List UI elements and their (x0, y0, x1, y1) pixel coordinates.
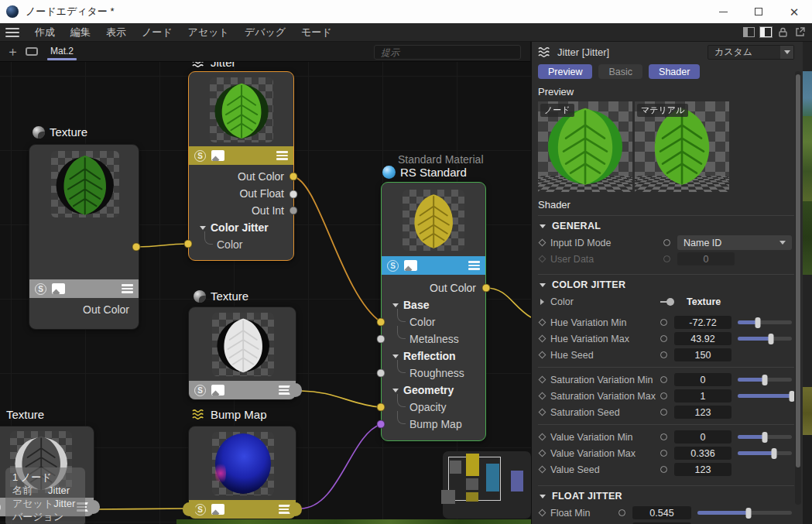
port-texture-left-out-color[interactable] (132, 243, 141, 252)
port-circle-icon[interactable] (663, 239, 670, 246)
node-jitter[interactable]: S Out Color Out Float Out Int Color Jitt… (188, 71, 294, 261)
scrollbar-thumb[interactable] (796, 74, 800, 467)
hamburger-menu-icon[interactable] (5, 28, 19, 37)
jitter-bar: S (189, 146, 293, 165)
node-shape-icon[interactable] (26, 47, 38, 56)
image-icon[interactable] (211, 385, 224, 396)
texture-bottom-output-tab[interactable] (87, 500, 100, 514)
connected-port-icon[interactable] (666, 298, 674, 306)
panel-scrollbar[interactable] (795, 71, 801, 505)
float-min-slider[interactable] (697, 511, 792, 515)
user-data-field[interactable]: 0 (677, 252, 735, 265)
panel-layout-left-icon[interactable] (743, 27, 755, 37)
port-rs-bump-in[interactable] (377, 420, 385, 429)
minimize-button[interactable] (705, 0, 741, 23)
port-rs-out-color[interactable] (482, 284, 491, 293)
wire-bumpmap-to-rs-bump[interactable] (300, 424, 381, 509)
port-rs-color-in[interactable] (377, 318, 385, 327)
node-menu-icon[interactable] (276, 151, 288, 160)
image-icon[interactable] (52, 283, 65, 294)
popout-icon[interactable] (794, 26, 806, 38)
wire-texture-to-rs-opacity[interactable] (301, 391, 381, 407)
menu-edit[interactable]: 編集 (63, 23, 98, 42)
value-variation-max-field[interactable]: 0.336 (674, 447, 731, 460)
node-texture-mid[interactable]: S (188, 307, 296, 400)
saturation-variation-max-slider[interactable] (738, 394, 792, 398)
port-rs-roughness-in[interactable] (377, 369, 385, 378)
shader-badge-icon[interactable]: S (194, 385, 206, 396)
hue-variation-min-slider[interactable] (738, 320, 792, 324)
shader-badge-icon[interactable]: S (0, 502, 1, 513)
node-bump-map[interactable]: S (188, 426, 296, 519)
hue-seed-field[interactable]: 150 (674, 348, 731, 361)
chevron-down-icon (780, 46, 793, 59)
value-variation-min-field[interactable]: 0 (674, 430, 731, 444)
texture-mid-output-tab[interactable] (289, 383, 302, 397)
section-general[interactable]: GENERAL (540, 221, 794, 231)
menu-mode[interactable]: モード (293, 23, 340, 42)
node-menu-icon[interactable] (468, 261, 480, 270)
menu-view[interactable]: 表示 (98, 23, 134, 42)
bumpmap-output-tab[interactable] (289, 502, 302, 516)
keyframe-diamond-icon[interactable] (539, 239, 546, 247)
float-min-field[interactable]: 0.545 (632, 506, 691, 519)
shader-badge-icon[interactable]: S (194, 504, 206, 515)
material-preview-image[interactable]: マテリアル (635, 101, 729, 192)
saturation-seed-field[interactable]: 123 (674, 406, 731, 419)
hue-variation-max-field[interactable]: 43.92 (674, 332, 731, 345)
menu-debug[interactable]: デバッグ (237, 23, 293, 42)
hue-variation-max-slider[interactable] (738, 337, 792, 341)
preset-dropdown[interactable]: カスタム (708, 45, 794, 60)
wire-texture-to-bumpmap[interactable] (96, 509, 184, 509)
node-rs-standard[interactable]: S Out Color Base Color Metalness Reflect… (381, 182, 486, 441)
image-icon[interactable] (211, 504, 224, 515)
port-rs-metalness-in[interactable] (377, 335, 385, 344)
saturation-variation-max-field[interactable]: 1 (674, 389, 731, 402)
menu-create[interactable]: 作成 (27, 23, 63, 42)
saturation-variation-min-slider[interactable] (738, 378, 792, 382)
tab-mat2[interactable]: Mat.2 (46, 42, 78, 62)
value-seed-field[interactable]: 123 (674, 463, 731, 476)
wire-jitter-to-rs-color[interactable] (293, 176, 381, 322)
lock-icon[interactable] (777, 26, 789, 38)
input-id-mode-dropdown[interactable]: Name ID (677, 235, 792, 250)
node-preview-image[interactable]: ノード (538, 101, 632, 192)
row-bump-map: Bump Map (382, 416, 485, 433)
section-color-jitter[interactable]: COLOR JITTER (540, 279, 794, 290)
shader-badge-icon[interactable]: S (35, 283, 46, 295)
node-menu-icon[interactable] (122, 284, 133, 293)
section-float-jitter[interactable]: FLOAT JITTER (540, 491, 794, 502)
bumpmap-input-tab[interactable] (183, 502, 196, 516)
value-variation-min-slider[interactable] (738, 435, 792, 439)
port-jitter-out-float[interactable] (290, 190, 298, 199)
menu-asset[interactable]: アセット (180, 23, 237, 42)
expander-icon[interactable] (540, 299, 544, 305)
image-icon[interactable] (404, 260, 417, 271)
shader-badge-icon[interactable]: S (194, 150, 206, 162)
tab-shader[interactable]: Shader (649, 64, 700, 79)
panel-layout-right-icon[interactable] (760, 27, 772, 37)
port-jitter-out-color[interactable] (290, 173, 298, 181)
value-variation-max-slider[interactable] (738, 451, 792, 455)
hue-variation-min-field[interactable]: -72.72 (674, 316, 731, 329)
port-jitter-color-in[interactable] (184, 240, 193, 248)
port-rs-opacity-in[interactable] (377, 403, 385, 412)
bumpmap-preview (212, 432, 274, 495)
wire-rs-outcolor[interactable] (486, 288, 531, 317)
node-graph-canvas[interactable]: Texture S Out Color Jitter S (0, 62, 531, 524)
saturation-variation-min-field[interactable]: 0 (674, 373, 731, 386)
close-button[interactable]: ✕ (776, 0, 812, 23)
shader-badge-icon[interactable]: S (387, 260, 399, 272)
add-tab-button[interactable]: ＋ (0, 43, 26, 60)
search-input[interactable] (374, 45, 521, 60)
jitter-title: Jitter (192, 62, 236, 69)
minimap[interactable] (443, 451, 531, 519)
tab-basic[interactable]: Basic (598, 64, 642, 79)
port-jitter-out-int[interactable] (290, 207, 298, 215)
maximize-button[interactable] (741, 0, 776, 23)
node-texture-left[interactable]: S Out Color (29, 144, 139, 330)
wire-texture-to-jitter[interactable] (136, 244, 188, 247)
tab-preview[interactable]: Preview (538, 64, 592, 79)
menu-node[interactable]: ノード (134, 23, 180, 42)
image-icon[interactable] (211, 150, 224, 161)
